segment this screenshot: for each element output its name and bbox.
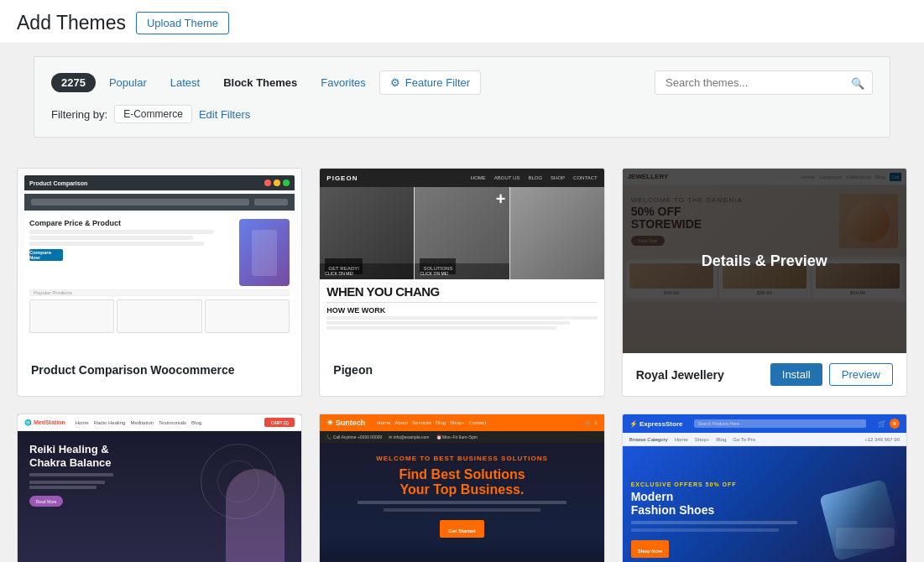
theme-screenshot-3: JEWELLERY Home Catalogue Collections Blo… — [623, 169, 906, 353]
theme-card-meditation[interactable]: ⛎ MedStation Home Radio Healing Meditati… — [17, 414, 302, 562]
upload-theme-button[interactable]: Upload Theme — [136, 12, 229, 34]
search-wrap: 🔍 — [655, 70, 873, 95]
theme-card-express-store[interactable]: ⚡ ExpressStore Search Products Here 🛒 0 — [622, 414, 907, 562]
install-button-royal-jewellery[interactable]: Install — [770, 363, 822, 386]
screenshot-content-1: Product Comparison — [18, 169, 301, 353]
theme-screenshot-2: PIGEON HOME ABOUT US BLOG SHOP CONTACT — [320, 169, 603, 353]
themes-grid: Product Comparison — [0, 151, 924, 562]
preview-button-royal-jewellery[interactable]: Preview — [829, 363, 893, 386]
theme-footer-1: Product Comparison Woocommerce — [18, 353, 301, 387]
search-icon: 🔍 — [851, 76, 864, 89]
screenshot-content-6: ⚡ ExpressStore Search Products Here 🛒 0 — [623, 414, 906, 562]
page-header: Add Themes Upload Theme — [0, 0, 924, 43]
theme-actions-3: Install Preview — [770, 363, 893, 386]
feature-filter-label: Feature Filter — [405, 76, 470, 89]
theme-footer-3: Royal Jewellery Install Preview — [623, 353, 906, 396]
gear-icon — [390, 76, 400, 89]
theme-overlay-3: Details & Preview — [623, 169, 906, 353]
filter-section: 2275 Popular Latest Block Themes Favorit… — [0, 43, 924, 151]
theme-screenshot-1: Product Comparison — [18, 169, 301, 353]
theme-card-royal-jewellery[interactable]: JEWELLERY Home Catalogue Collections Blo… — [622, 168, 907, 397]
theme-count: 2275 — [51, 73, 96, 92]
theme-name-3: Royal Jewellery — [636, 368, 724, 382]
theme-footer-2: Pigeon — [320, 353, 603, 387]
filter-tabs: 2275 Popular Latest Block Themes Favorit… — [51, 70, 873, 95]
theme-name-2: Pigeon — [333, 363, 373, 377]
theme-screenshot-4: ⛎ MedStation Home Radio Healing Meditati… — [18, 414, 301, 562]
tab-block-themes[interactable]: Block Themes — [213, 71, 307, 94]
theme-screenshot-5: ☀ Suntech Home About Services Blog Shop+… — [320, 414, 603, 562]
theme-card-suntech[interactable]: ☀ Suntech Home About Services Blog Shop+… — [319, 414, 604, 562]
feature-filter-button[interactable]: Feature Filter — [379, 70, 481, 95]
tab-popular[interactable]: Popular — [99, 71, 157, 94]
theme-screenshot-6: ⚡ ExpressStore Search Products Here 🛒 0 — [623, 414, 906, 562]
active-filter-tag: E-Commerce — [114, 105, 192, 123]
search-input[interactable] — [655, 70, 873, 95]
overlay-text-3: Details & Preview — [702, 252, 827, 270]
filter-by-label: Filtering by: — [51, 108, 107, 121]
theme-name-1: Product Comparison Woocommerce — [31, 363, 234, 377]
screenshot-content-2: PIGEON HOME ABOUT US BLOG SHOP CONTACT — [320, 169, 603, 353]
main-content: Add Themes Upload Theme 2275 Popular Lat… — [0, 0, 924, 562]
edit-filters-link[interactable]: Edit Filters — [199, 108, 250, 121]
tab-latest[interactable]: Latest — [160, 71, 210, 94]
title-area: Add Themes Upload Theme — [17, 0, 907, 43]
theme-card-product-comparison[interactable]: Product Comparison — [17, 168, 302, 397]
tab-favorites[interactable]: Favorites — [311, 71, 375, 94]
screenshot-content-5: ☀ Suntech Home About Services Blog Shop+… — [320, 414, 603, 562]
filter-bar: 2275 Popular Latest Block Themes Favorit… — [34, 56, 890, 138]
screenshot-content-4: ⛎ MedStation Home Radio Healing Meditati… — [18, 414, 301, 562]
filter-row: Filtering by: E-Commerce Edit Filters — [51, 105, 873, 123]
theme-card-pigeon[interactable]: PIGEON HOME ABOUT US BLOG SHOP CONTACT — [319, 168, 604, 397]
page-title: Add Themes — [17, 12, 126, 34]
